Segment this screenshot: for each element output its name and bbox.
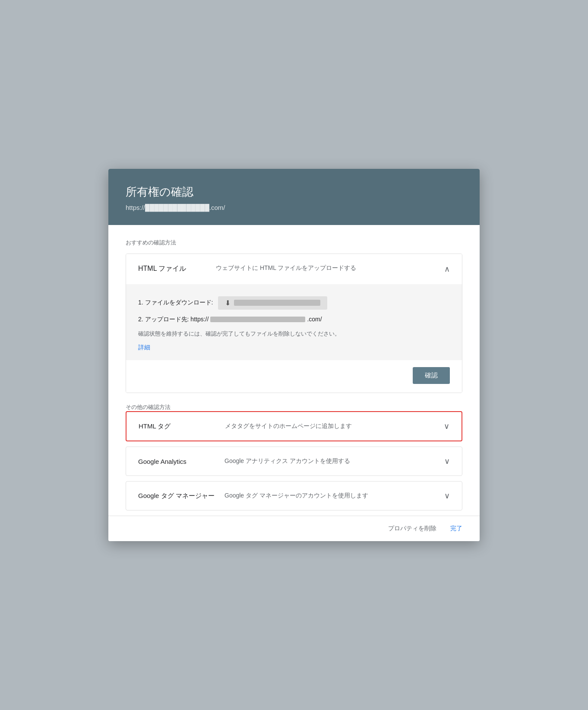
- html-file-chevron-icon: ∧: [444, 264, 450, 274]
- dialog-body: おすすめの確認方法 HTML ファイル ウェブサイトに HTML ファイルをアッ…: [108, 225, 480, 511]
- html-file-method-card: HTML ファイル ウェブサイトに HTML ファイルをアップロードする ∧ 1…: [126, 254, 462, 393]
- html-tag-description: メタタグをサイトのホームページに追加します: [225, 422, 437, 430]
- detail-link[interactable]: 詳細: [138, 344, 150, 351]
- html-file-description: ウェブサイトに HTML ファイルをアップロードする: [216, 264, 437, 272]
- card-footer: 確認: [126, 360, 462, 393]
- dialog-title: 所有権の確認: [126, 184, 462, 200]
- html-file-card-header[interactable]: HTML ファイル ウェブサイトに HTML ファイルをアップロードする ∧: [126, 254, 462, 284]
- dialog-footer: プロパティを削除 完了: [108, 516, 480, 541]
- step2-row: 2. アップロード先: https://.com/: [138, 316, 450, 323]
- google-analytics-title: Google Analytics: [138, 458, 224, 465]
- recommended-section-label: おすすめの確認方法: [126, 239, 462, 247]
- warning-text: 確認状態を維持するには、確認が完了してもファイルを削除しないでください。: [138, 330, 450, 339]
- html-file-card-content: 1. ファイルをダウンロード: ⬇ 2. アップロード先: https://.c…: [126, 284, 462, 361]
- download-icon: ⬇: [225, 299, 231, 307]
- step2-label: 2. アップロード先: https://: [138, 316, 209, 323]
- done-button[interactable]: 完了: [450, 525, 462, 532]
- html-tag-chevron-icon: ∨: [444, 422, 449, 431]
- html-tag-method-row[interactable]: HTML タグ メタタグをサイトのホームページに追加します ∨: [126, 411, 462, 441]
- html-tag-title: HTML タグ: [139, 422, 225, 431]
- google-tag-manager-chevron-icon: ∨: [444, 491, 450, 501]
- google-analytics-chevron-icon: ∨: [444, 456, 450, 466]
- google-tag-manager-title: Google タグ マネージャー: [138, 492, 224, 500]
- google-analytics-method-row[interactable]: Google Analytics Google アナリティクス アカウントを使用…: [126, 447, 462, 476]
- google-analytics-description: Google アナリティクス アカウントを使用する: [224, 457, 437, 465]
- step1-row: 1. ファイルをダウンロード: ⬇: [138, 296, 450, 310]
- step2-suffix: .com/: [307, 316, 322, 323]
- blurred-upload-url: [210, 317, 305, 322]
- step1-label: 1. ファイルをダウンロード:: [138, 299, 213, 307]
- google-tag-manager-description: Google タグ マネージャーのアカウントを使用します: [224, 492, 437, 500]
- dialog: 所有権の確認 https://██████████████.com/ おすすめの…: [108, 169, 480, 542]
- dialog-header: 所有権の確認 https://██████████████.com/: [108, 169, 480, 225]
- other-section-label: その他の確認方法: [126, 403, 462, 411]
- download-button[interactable]: ⬇: [218, 296, 327, 310]
- google-tag-manager-method-row[interactable]: Google タグ マネージャー Google タグ マネージャーのアカウントを…: [126, 481, 462, 510]
- blurred-filename: [234, 300, 320, 306]
- html-file-title: HTML ファイル: [138, 264, 216, 273]
- dialog-url: https://██████████████.com/: [126, 204, 462, 211]
- delete-property-button[interactable]: プロパティを削除: [388, 525, 436, 532]
- confirm-button[interactable]: 確認: [413, 367, 450, 384]
